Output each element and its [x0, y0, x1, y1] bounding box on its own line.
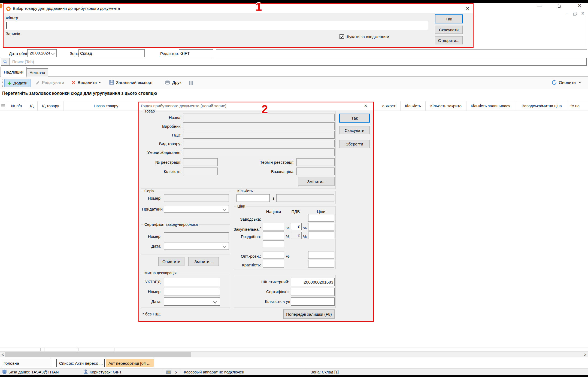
print-button[interactable]: Друк [165, 80, 181, 85]
plus-icon [7, 81, 11, 85]
prices-column-header: Ціни [308, 209, 334, 214]
product-qty-field[interactable] [183, 168, 218, 175]
receipt-dialog-titlebar[interactable]: Рядок прибуткового документа (новий запи… [139, 102, 373, 110]
h-scrollbar-right-arrow[interactable]: > [583, 351, 587, 357]
app-logo-icon [6, 7, 11, 11]
columns-button[interactable] [189, 80, 193, 86]
uktzed-field[interactable] [164, 278, 220, 286]
export-button[interactable]: Загальний експорт [109, 80, 153, 85]
column-header-id[interactable]: ІД [26, 101, 38, 111]
tab-surplus[interactable]: Надлишки [1, 67, 27, 77]
receipt-dialog-close-button[interactable]: × [362, 103, 369, 109]
column-header-quality[interactable]: а якості [381, 101, 401, 111]
multiplicity-field[interactable] [263, 260, 284, 267]
base-price-field[interactable] [296, 168, 335, 175]
zone-field[interactable]: Склад [78, 49, 145, 57]
markup-column-header: Націнки [263, 209, 284, 214]
edit-button[interactable]: Редагувати [35, 80, 64, 85]
product-dialog-close-button[interactable]: × [463, 5, 472, 12]
records-label: Записів [6, 31, 20, 36]
pack-qty-field[interactable] [291, 297, 335, 306]
receipt-save-button[interactable]: Зберегти [339, 140, 370, 148]
window-minimize-button[interactable]: — [534, 3, 545, 9]
select-cancel-button[interactable]: Скасувати [435, 26, 463, 34]
comment-field[interactable] [216, 49, 587, 57]
product-name-field[interactable] [183, 114, 335, 121]
h-scrollbar-thumb[interactable] [5, 352, 191, 357]
producer-label: Виробник: [142, 124, 181, 129]
receipt-cancel-button[interactable]: Скасувати [339, 126, 370, 134]
series-number-field[interactable] [164, 194, 229, 202]
sticker-certificate-field[interactable] [291, 288, 335, 296]
product-dialog-titlebar[interactable]: Вибір товару для додавання до прибутково… [4, 4, 473, 13]
wholesale-markup-field[interactable] [263, 251, 284, 259]
quantity-field[interactable] [237, 194, 270, 202]
pack-qty-label: Кількість в уп [243, 299, 290, 304]
retail-markup-field[interactable] [263, 232, 284, 239]
vat-label: ПДВ: [142, 133, 181, 138]
reg-term-field[interactable] [296, 158, 335, 166]
series-valid-combobox[interactable] [164, 205, 229, 213]
select-create-button[interactable]: Створити... [435, 36, 463, 44]
column-header-qty-left[interactable]: Кількість залишилася [466, 101, 515, 111]
column-header-qty-closed[interactable]: Кількість закрито [426, 101, 466, 111]
date-picker[interactable]: 20.09.2024 [27, 49, 57, 57]
customs-date-combobox[interactable] [164, 297, 220, 306]
reg-number-field[interactable] [183, 158, 218, 166]
toolbar-grip[interactable] [2, 80, 3, 87]
mdi-restore-button[interactable] [571, 10, 579, 17]
purchase-vat-field[interactable]: 0 [291, 223, 302, 230]
storage-field[interactable] [183, 148, 335, 156]
bottom-tab-home[interactable]: Головна [1, 359, 52, 367]
receipt-ok-button[interactable]: Так [339, 114, 370, 123]
purchase-price-value-field[interactable] [308, 223, 334, 230]
window-restore-button[interactable] [554, 3, 565, 9]
bottom-tab-act-active[interactable]: Акт пересортиці [64 ... [106, 359, 154, 367]
delete-button[interactable]: Видалити [71, 80, 101, 85]
certificate-number-field[interactable] [164, 232, 229, 240]
window-close-button[interactable]: × [574, 2, 585, 9]
sticker-barcode-field[interactable]: 2060000201683 [291, 278, 335, 286]
multiplicity-price-field[interactable] [308, 260, 334, 267]
search-input[interactable]: Поиск (Tab) [1, 58, 587, 66]
previous-stock-button[interactable]: Попередні залишки (F8) [283, 309, 335, 319]
zone-value: Склад [80, 51, 92, 56]
search-by-entry-checkbox[interactable] [340, 34, 344, 39]
h-scrollbar-left-arrow[interactable]: < [1, 351, 5, 357]
filter-input[interactable] [5, 21, 428, 30]
vat-field[interactable] [183, 131, 335, 139]
pencil-icon [35, 80, 40, 85]
product-change-button[interactable]: Змінити... [298, 177, 335, 186]
certificate-clear-button[interactable]: Очистити [158, 257, 184, 266]
bottom-tab-list[interactable]: Список: Акти пересо ... [56, 359, 105, 367]
quantity-total-field[interactable] [276, 194, 334, 202]
refresh-button[interactable]: Оновити [551, 80, 581, 85]
factory-price-value-field[interactable] [308, 214, 334, 222]
purchase-markup-field[interactable] [263, 223, 284, 230]
column-header-factory-price[interactable]: Заводська/митна ціна [515, 101, 569, 111]
column-header-product-name[interactable]: Назва товару [63, 101, 149, 111]
column-header-qty[interactable]: Кількість [401, 101, 426, 111]
column-header-product-id[interactable]: ІД товару [38, 101, 63, 111]
certificate-date-combobox[interactable] [164, 242, 229, 250]
column-header-percent[interactable]: % на [569, 101, 588, 111]
certificate-change-button[interactable]: Змінити... [188, 257, 219, 266]
retail-vat-field[interactable]: 0 [291, 232, 302, 239]
wholesale-price-value-field[interactable] [308, 251, 334, 259]
retail-price-value-field[interactable] [308, 232, 334, 239]
mdi-minimize-button[interactable]: – [563, 10, 571, 17]
tab-shortage[interactable]: Нестача [26, 68, 48, 77]
editor-field[interactable]: GIFT [179, 49, 213, 57]
purchase-price-label-text: Закупівельна: [234, 227, 260, 232]
producer-field[interactable] [183, 122, 335, 130]
mdi-close-button[interactable]: × [579, 10, 586, 17]
add-button[interactable]: Додати [4, 79, 31, 87]
multiplicity-label: Кратність: [233, 263, 261, 267]
retail-extra-field[interactable] [263, 240, 284, 248]
customs-number-field[interactable] [164, 288, 220, 296]
column-header-num[interactable]: № п/п [7, 101, 26, 111]
select-ok-button[interactable]: Так [435, 14, 463, 23]
grid-corner-cell[interactable] [0, 101, 7, 111]
product-type-field[interactable] [183, 140, 335, 147]
search-button[interactable] [1, 58, 10, 65]
